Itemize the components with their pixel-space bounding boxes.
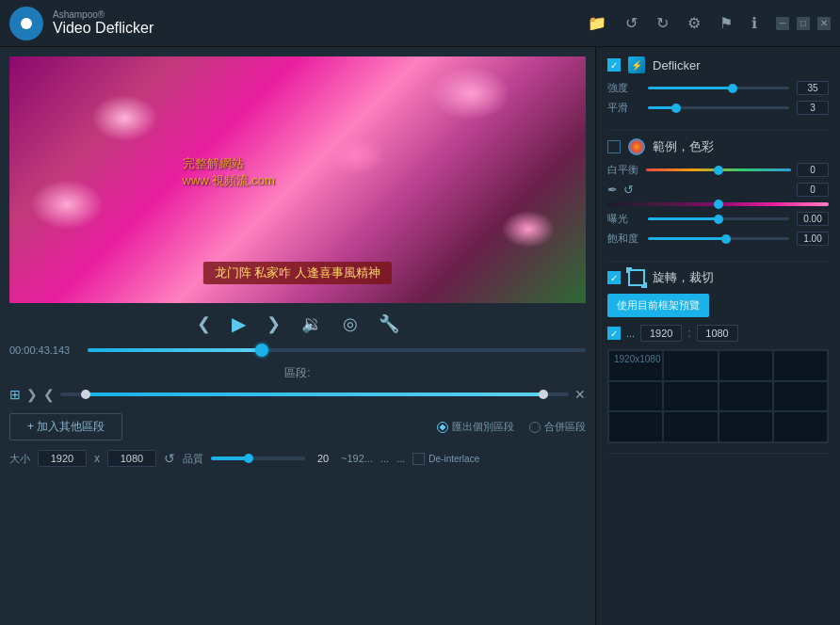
quality-thumb[interactable] xyxy=(244,454,253,463)
app-name-top: Ashampoo® xyxy=(53,9,588,20)
res-colon: : xyxy=(687,327,690,340)
size-extra: ... xyxy=(380,453,389,464)
volume-button[interactable]: 🔉 xyxy=(298,312,326,336)
crop-section: 旋轉，裁切 使用目前框架預覽 ... : xyxy=(607,269,829,454)
quality-track[interactable] xyxy=(211,457,305,460)
progress-thumb[interactable] xyxy=(255,344,268,357)
wb-thumb[interactable] xyxy=(714,166,723,175)
right-panel: ⚡ Deflicker 強度 35 平滑 3 xyxy=(595,47,840,625)
segment-add-icon[interactable]: ⊞ xyxy=(9,387,21,402)
quality-fill xyxy=(211,457,249,460)
exposure-fill xyxy=(648,217,719,220)
segment-thumb-left[interactable] xyxy=(81,390,90,399)
segment-thumb-right[interactable] xyxy=(539,390,548,399)
crop-cell xyxy=(608,411,663,442)
wb-track[interactable] xyxy=(646,168,791,171)
deflicker-checkbox[interactable] xyxy=(607,58,621,72)
add-segment-button[interactable]: + 加入其他區段 xyxy=(9,413,122,441)
smooth-thumb[interactable] xyxy=(671,104,681,113)
crop-cell xyxy=(663,381,718,412)
export-individual-radio[interactable]: 匯出個別區段 xyxy=(437,420,514,434)
crop-cell xyxy=(773,381,828,412)
segment-close-button[interactable]: ✕ xyxy=(574,387,586,402)
app-logo xyxy=(9,7,43,40)
exposure-thumb[interactable] xyxy=(714,215,723,224)
crop-cell xyxy=(663,350,718,381)
strength-value: 35 xyxy=(797,81,829,95)
skip-back-button[interactable]: ❮ xyxy=(193,312,215,336)
window-controls: ─ □ ✕ xyxy=(776,17,831,30)
crop-icon xyxy=(628,269,645,286)
crop-cell xyxy=(719,411,773,442)
color-icon xyxy=(628,138,645,155)
folder-icon[interactable]: 📁 xyxy=(588,14,606,32)
quality-label: 品質 xyxy=(183,452,203,466)
color-checkbox[interactable] xyxy=(607,140,621,153)
saturation-thumb[interactable] xyxy=(721,234,731,244)
quality-value: 20 xyxy=(313,453,333,464)
exposure-label: 曝光 xyxy=(607,212,640,226)
crop-cell xyxy=(608,381,663,412)
segment-section: 區段: ⊞ ❯ ❮ ✕ xyxy=(9,360,586,413)
tools-button[interactable]: 🔧 xyxy=(375,312,403,336)
color-title: 範例，色彩 xyxy=(653,138,714,155)
wb-gradient-thumb[interactable] xyxy=(714,200,723,209)
wb-label: 白平衡 xyxy=(607,163,640,177)
crop-cell xyxy=(719,350,773,381)
width-input[interactable] xyxy=(38,450,87,467)
minimize-button[interactable]: ─ xyxy=(776,17,789,30)
saturation-row: 飽和度 1.00 xyxy=(607,232,829,246)
settings-icon[interactable]: ⚙ xyxy=(687,14,701,32)
reset-wb-icon[interactable]: ↺ xyxy=(623,183,634,197)
saturation-track[interactable] xyxy=(648,237,789,240)
deinterlace-checkbox[interactable]: De-interlace xyxy=(412,453,479,465)
height-input[interactable] xyxy=(107,450,156,467)
strength-track[interactable] xyxy=(648,87,789,89)
maximize-button[interactable]: □ xyxy=(797,17,810,30)
deflicker-section: ⚡ Deflicker 強度 35 平滑 3 xyxy=(607,56,829,131)
segment-controls: ⊞ ❯ ❮ ✕ xyxy=(9,387,586,402)
undo-icon[interactable]: ↺ xyxy=(625,14,638,32)
crop-header: 旋轉，裁切 xyxy=(607,269,829,286)
size-approx: ~192... xyxy=(341,453,373,464)
eyedrop-icon[interactable]: ✒ xyxy=(607,183,618,197)
use-frame-button[interactable]: 使用目前框架預覽 xyxy=(607,294,709,317)
segment-left-arrow[interactable]: ❮ xyxy=(43,387,55,402)
crop-checkbox[interactable] xyxy=(607,271,621,284)
res-width-input[interactable] xyxy=(640,325,682,342)
export-individual-circle xyxy=(437,422,448,433)
strength-row: 強度 35 xyxy=(607,81,829,95)
merge-export-radio[interactable]: 合併區段 xyxy=(529,420,586,434)
exposure-track[interactable] xyxy=(648,217,789,220)
crop-preview: 1920x1080 xyxy=(607,349,829,443)
segment-right-arrow[interactable]: ❯ xyxy=(26,387,38,402)
skip-forward-button[interactable]: ❯ xyxy=(263,312,284,336)
strength-thumb[interactable] xyxy=(728,84,737,93)
size-reset-button[interactable]: ↺ xyxy=(164,451,175,466)
strength-label: 強度 xyxy=(607,81,640,95)
segment-fill xyxy=(86,393,543,396)
crop-title: 旋轉，裁切 xyxy=(653,269,714,286)
close-button[interactable]: ✕ xyxy=(817,17,831,30)
res-dots: ... xyxy=(626,328,635,339)
segment-track[interactable] xyxy=(60,393,569,396)
redo-icon[interactable]: ↻ xyxy=(656,14,669,32)
flag-icon[interactable]: ⚑ xyxy=(719,14,733,32)
res-checkbox[interactable] xyxy=(607,327,621,340)
progress-track[interactable] xyxy=(88,348,586,352)
video-watermark: 完整解網站www.視頻流.com xyxy=(183,155,275,189)
progress-fill xyxy=(88,348,262,352)
main-layout: 完整解網站www.視頻流.com 龙门阵 私家咋 人逢喜事風精神 ❮ ▶ ❯ 🔉… xyxy=(0,47,840,625)
play-button[interactable]: ▶ xyxy=(228,311,250,337)
strength-fill xyxy=(648,87,733,89)
wb-gradient-bar xyxy=(607,202,829,206)
video-background: 完整解網站www.視頻流.com 龙门阵 私家咋 人逢喜事風精神 xyxy=(9,56,586,303)
res-height-input[interactable] xyxy=(697,325,738,342)
timeline-bar: 00:00:43.143 xyxy=(9,341,586,360)
preview-toggle-button[interactable]: ◎ xyxy=(339,312,362,336)
exposure-value: 0.00 xyxy=(797,212,829,226)
info-icon[interactable]: ℹ xyxy=(751,14,757,32)
smooth-value: 3 xyxy=(797,101,829,115)
titlebar: Ashampoo® Video Deflicker 📁 ↺ ↻ ⚙ ⚑ ℹ ─ … xyxy=(0,0,840,47)
smooth-track[interactable] xyxy=(648,106,789,109)
